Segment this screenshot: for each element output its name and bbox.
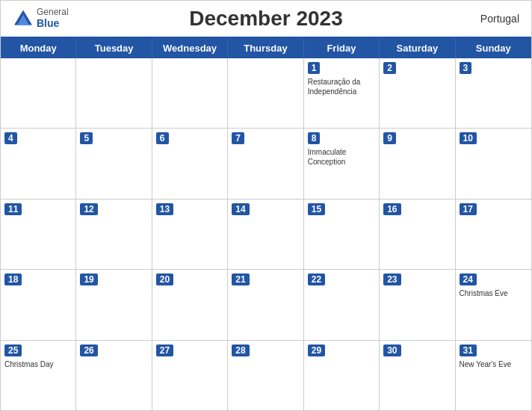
day-number: 19	[80, 274, 97, 285]
day-header-thursday: Thursday	[228, 38, 303, 58]
day-cell: 6	[152, 129, 228, 198]
day-cell: 9	[380, 129, 455, 198]
day-number: 6	[156, 132, 169, 144]
day-number: 13	[156, 203, 173, 215]
day-cell: 13	[152, 200, 228, 269]
logo: General Blue	[13, 7, 69, 30]
week-row: 45678Immaculate Conception910	[1, 129, 531, 199]
day-cell: 24Christmas Eve	[456, 270, 531, 339]
day-headers-row: Monday Tuesday Wednesday Thursday Friday…	[1, 38, 531, 58]
day-cell: 23	[380, 270, 455, 339]
day-cell: 30	[380, 341, 455, 410]
day-number: 12	[80, 203, 97, 215]
day-cell: 18	[1, 270, 76, 339]
day-header-monday: Monday	[1, 38, 76, 58]
day-number: 8	[308, 132, 321, 144]
day-cell: 29	[304, 341, 380, 410]
day-number: 29	[308, 344, 325, 356]
day-cell: 15	[304, 200, 380, 269]
day-number: 2	[383, 62, 396, 74]
day-cell: 20	[152, 270, 228, 339]
day-number: 22	[308, 274, 325, 285]
day-number: 28	[232, 344, 249, 356]
day-cell: 22	[304, 270, 380, 339]
day-cell: 2	[380, 58, 455, 128]
day-number: 17	[460, 203, 477, 215]
week-row: 18192021222324Christmas Eve	[1, 270, 531, 340]
week-row: 11121314151617	[1, 200, 531, 270]
page-title: December 2023	[189, 7, 342, 31]
day-number: 27	[156, 344, 173, 356]
country-label: Portugal	[480, 13, 519, 25]
week-row: 25Christmas Day262728293031New Year's Ev…	[1, 341, 531, 410]
day-number: 31	[460, 344, 477, 356]
day-cell: 8Immaculate Conception	[304, 129, 380, 198]
calendar: Monday Tuesday Wednesday Thursday Friday…	[1, 37, 531, 410]
day-cell	[152, 58, 228, 128]
day-cell: 4	[1, 129, 76, 198]
day-number: 25	[4, 344, 22, 356]
day-cell: 17	[456, 200, 531, 269]
day-cell: 27	[152, 341, 228, 410]
logo-icon	[13, 8, 34, 29]
day-cell: 3	[456, 58, 531, 128]
day-cell: 5	[76, 129, 152, 198]
logo-text: General Blue	[37, 7, 69, 30]
day-cell: 31New Year's Eve	[456, 341, 531, 410]
day-cell: 21	[228, 270, 303, 339]
day-header-tuesday: Tuesday	[76, 38, 152, 58]
day-header-friday: Friday	[304, 38, 380, 58]
day-cell	[228, 58, 303, 128]
day-cell	[76, 58, 152, 128]
day-number: 24	[460, 274, 477, 285]
day-cell: 11	[1, 200, 76, 269]
day-cell: 25Christmas Day	[1, 341, 76, 410]
day-cell: 7	[228, 129, 303, 198]
day-number: 4	[4, 132, 17, 144]
day-number: 10	[460, 132, 477, 144]
day-number: 3	[460, 62, 472, 74]
day-number: 26	[80, 344, 97, 356]
day-number: 7	[232, 132, 244, 144]
weeks-container: 1Restauração da Independência2345678Imma…	[1, 58, 531, 410]
logo-general-text: General	[37, 7, 69, 17]
day-cell: 1Restauração da Independência	[304, 58, 380, 128]
day-number: 5	[80, 132, 93, 144]
day-cell: 16	[380, 200, 455, 269]
day-header-saturday: Saturday	[380, 38, 455, 58]
day-number: 30	[383, 344, 400, 356]
event-text: Immaculate Conception	[308, 147, 375, 167]
event-text: Restauração da Independência	[308, 77, 375, 96]
event-text: New Year's Eve	[460, 359, 528, 369]
day-number: 9	[383, 132, 396, 144]
day-cell: 28	[228, 341, 303, 410]
day-cell: 10	[456, 129, 531, 198]
logo-blue-text: Blue	[37, 18, 69, 31]
event-text: Christmas Eve	[460, 288, 528, 298]
day-header-wednesday: Wednesday	[152, 38, 228, 58]
day-number: 16	[383, 203, 400, 215]
day-number: 1	[308, 62, 321, 74]
day-number: 14	[232, 203, 249, 215]
event-text: Christmas Day	[4, 359, 72, 369]
day-number: 11	[4, 203, 22, 215]
day-number: 20	[156, 274, 173, 285]
day-number: 15	[308, 203, 325, 215]
week-row: 1Restauração da Independência23	[1, 58, 531, 129]
header: General Blue December 2023 Portugal	[1, 1, 531, 37]
day-cell: 14	[228, 200, 303, 269]
day-header-sunday: Sunday	[456, 38, 531, 58]
day-cell: 26	[76, 341, 152, 410]
day-number: 23	[383, 274, 400, 285]
calendar-page: General Blue December 2023 Portugal Mond…	[0, 0, 532, 411]
day-number: 18	[4, 274, 22, 285]
day-cell: 12	[76, 200, 152, 269]
day-number: 21	[232, 274, 249, 285]
day-cell	[1, 58, 76, 128]
day-cell: 19	[76, 270, 152, 339]
